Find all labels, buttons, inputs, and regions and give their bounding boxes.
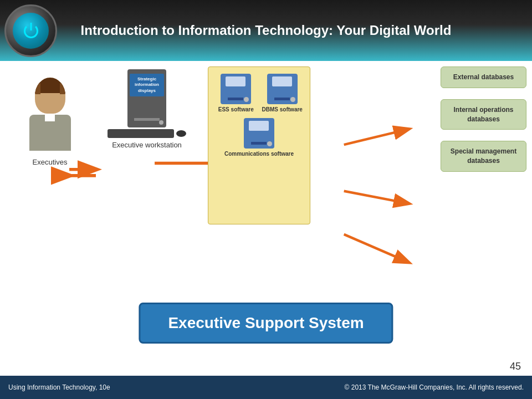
- power-icon: [23, 23, 39, 39]
- footer: Using Information Technology, 10e © 2013…: [0, 376, 532, 399]
- header-title: Introduction to Information Technology: …: [61, 23, 532, 38]
- workstation-label: Executive workstation: [100, 141, 194, 149]
- comms-software-label: Communications software: [213, 151, 305, 157]
- executives-section: Executives: [17, 78, 83, 166]
- svg-line-4: [344, 191, 408, 203]
- dbms-software-label: DBMS software: [262, 106, 303, 112]
- software-box: ESS software DBMS software Communication…: [208, 66, 310, 224]
- special-db-box: Special management databases: [441, 141, 526, 172]
- title-box-text: Executive Support System: [168, 314, 364, 332]
- internal-db-box: Internal operations databases: [441, 99, 526, 130]
- database-section: External databases Internal operations d…: [441, 66, 526, 180]
- svg-line-3: [344, 129, 408, 145]
- header: Introduction to Information Technology: …: [0, 0, 532, 61]
- strategic-display-label: Strategicinformationdisplays: [130, 74, 164, 96]
- main-content: Executives Strategicinformationdisplays …: [0, 61, 532, 377]
- svg-line-5: [344, 234, 408, 262]
- ess-software-label: ESS software: [215, 106, 257, 112]
- title-box: Executive Support System: [139, 303, 393, 344]
- footer-right: © 2013 The McGraw-Hill Companies, Inc. A…: [345, 383, 524, 391]
- workstation-section: Strategicinformationdisplays Executive w…: [100, 69, 194, 149]
- page-number: 45: [510, 361, 521, 372]
- executives-label: Executives: [17, 158, 83, 166]
- external-db-box: External databases: [441, 66, 526, 88]
- footer-left: Using Information Technology, 10e: [8, 383, 110, 391]
- logo: [0, 0, 61, 61]
